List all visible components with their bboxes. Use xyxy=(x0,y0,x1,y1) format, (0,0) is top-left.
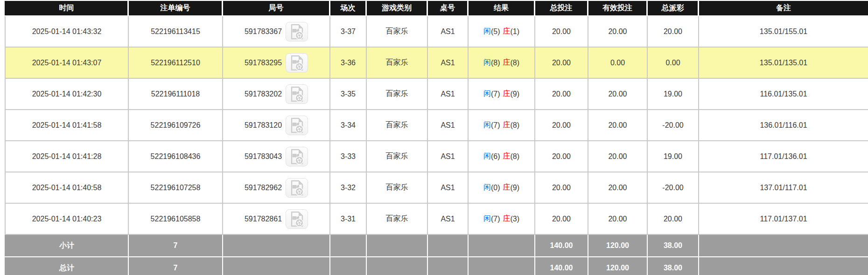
result-player-label: 闲 xyxy=(483,89,491,99)
column-header-table_no: 桌号 xyxy=(428,1,469,15)
cell-bet-id: 522196112510 xyxy=(129,48,223,78)
column-header-total_payout: 总派彩 xyxy=(648,1,699,15)
cell-total-bet: 20.00 xyxy=(535,16,588,47)
video-replay-button[interactable] xyxy=(286,84,308,104)
result-player-points: (6) xyxy=(491,152,500,161)
column-header-remark: 备注 xyxy=(699,1,868,15)
cell-round-id: 591783367 xyxy=(223,16,330,47)
cell-time: 2025-01-14 01:41:58 xyxy=(6,110,129,140)
result-banker-points: (8) xyxy=(511,152,520,161)
cell-valid-bet: 20.00 xyxy=(588,141,648,172)
cell-total-bet: 20.00 xyxy=(535,172,588,203)
column-header-game_type: 游戏类别 xyxy=(367,1,428,15)
cell-session: 3-35 xyxy=(330,79,367,109)
summary-empty-table xyxy=(428,235,469,256)
summary-remark xyxy=(699,257,868,275)
round-id-text: 591783367 xyxy=(245,28,282,36)
cell-total-bet: 20.00 xyxy=(535,110,588,140)
summary-total-payout: 38.00 xyxy=(648,257,699,275)
summary-empty-game xyxy=(367,257,428,275)
video-replay-icon xyxy=(289,180,304,196)
result-banker-points: (3) xyxy=(511,215,520,223)
cell-remark: 136.01/116.01 xyxy=(699,110,868,140)
summary-valid-bet: 120.00 xyxy=(588,235,648,256)
cell-round-id: 591782861 xyxy=(223,204,330,234)
cell-total-payout: 20.00 xyxy=(648,16,699,47)
column-header-session: 场次 xyxy=(330,1,367,15)
video-replay-icon xyxy=(289,86,304,102)
summary-empty-session xyxy=(330,235,367,256)
column-header-time: 时间 xyxy=(6,1,129,15)
result-banker-label: 庄 xyxy=(503,89,511,99)
table-row[interactable]: 2025-01-14 01:40:23522196105858591782861… xyxy=(5,204,868,235)
video-replay-button[interactable] xyxy=(286,116,308,135)
cell-bet-id: 522196107258 xyxy=(129,172,223,203)
summary-row: 总计7140.00120.0038.00 xyxy=(5,257,868,275)
column-header-bet_id: 注单编号 xyxy=(129,1,223,15)
cell-bet-id: 522196105858 xyxy=(129,204,223,234)
round-id-text: 591783202 xyxy=(245,90,282,98)
cell-bet-id: 522196109726 xyxy=(129,110,223,140)
cell-valid-bet: 20.00 xyxy=(588,110,648,140)
table-row[interactable]: 2025-01-14 01:41:28522196108436591783043… xyxy=(5,141,868,172)
video-replay-icon xyxy=(289,211,304,227)
bet-records-table: 时间注单编号局号场次游戏类别桌号结果总投注有效投注总派彩备注2025-01-14… xyxy=(5,1,868,275)
cell-total-payout: -20.00 xyxy=(648,172,699,203)
cell-total-bet: 20.00 xyxy=(535,48,588,78)
table-row[interactable]: 2025-01-14 01:42:30522196111018591783202… xyxy=(5,79,868,110)
column-header-total_bet: 总投注 xyxy=(535,1,588,15)
cell-total-bet: 20.00 xyxy=(535,79,588,109)
cell-session: 3-36 xyxy=(330,48,367,78)
cell-result: 闲(7)庄(9) xyxy=(469,79,535,109)
result-player-points: (7) xyxy=(491,215,500,223)
column-header-round_id: 局号 xyxy=(223,1,330,15)
cell-game-type: 百家乐 xyxy=(367,16,428,47)
summary-label: 小计 xyxy=(6,235,129,256)
summary-empty-round xyxy=(223,235,330,256)
cell-remark: 117.01/137.01 xyxy=(699,204,868,234)
cell-table-no: AS1 xyxy=(428,141,469,172)
table-row[interactable]: 2025-01-14 01:43:07522196112510591783295… xyxy=(5,48,868,79)
table-row[interactable]: 2025-01-14 01:40:58522196107258591782962… xyxy=(5,172,868,204)
cell-game-type: 百家乐 xyxy=(367,48,428,78)
video-replay-button[interactable] xyxy=(286,209,308,229)
table-row[interactable]: 2025-01-14 01:41:58522196109726591783120… xyxy=(5,110,868,141)
summary-remark xyxy=(699,235,868,256)
cell-valid-bet: 20.00 xyxy=(588,79,648,109)
cell-total-payout: -20.00 xyxy=(648,110,699,140)
cell-time: 2025-01-14 01:40:58 xyxy=(6,172,129,203)
cell-game-type: 百家乐 xyxy=(367,204,428,234)
cell-game-type: 百家乐 xyxy=(367,141,428,172)
cell-remark: 137.01/117.01 xyxy=(699,172,868,203)
cell-session: 3-34 xyxy=(330,110,367,140)
round-id-text: 591782861 xyxy=(245,215,282,223)
result-player-label: 闲 xyxy=(483,183,491,192)
video-replay-button[interactable] xyxy=(286,53,308,73)
summary-total-bet: 140.00 xyxy=(535,257,588,275)
result-banker-label: 庄 xyxy=(503,183,511,192)
video-replay-button[interactable] xyxy=(286,147,308,166)
cell-time: 2025-01-14 01:43:32 xyxy=(6,16,129,47)
cell-time: 2025-01-14 01:40:23 xyxy=(6,204,129,234)
cell-time: 2025-01-14 01:42:30 xyxy=(6,79,129,109)
cell-round-id: 591783043 xyxy=(223,141,330,172)
summary-row: 小计7140.00120.0038.00 xyxy=(5,235,868,256)
cell-valid-bet: 20.00 xyxy=(588,16,648,47)
video-replay-button[interactable] xyxy=(286,22,308,41)
cell-round-id: 591783120 xyxy=(223,110,330,140)
summary-total-bet: 140.00 xyxy=(535,235,588,256)
summary-empty-result xyxy=(469,235,535,256)
cell-table-no: AS1 xyxy=(428,204,469,234)
column-header-valid_bet: 有效投注 xyxy=(588,1,648,15)
cell-session: 3-32 xyxy=(330,172,367,203)
cell-remark: 117.01/136.01 xyxy=(699,141,868,172)
video-replay-button[interactable] xyxy=(286,178,308,198)
cell-result: 闲(7)庄(3) xyxy=(469,204,535,234)
cell-game-type: 百家乐 xyxy=(367,110,428,140)
summary-empty-table xyxy=(428,257,469,275)
table-row[interactable]: 2025-01-14 01:43:32522196113415591783367… xyxy=(5,16,868,48)
round-id-text: 591783043 xyxy=(245,152,282,161)
cell-table-no: AS1 xyxy=(428,79,469,109)
summary-label: 总计 xyxy=(6,257,129,275)
cell-valid-bet: 20.00 xyxy=(588,204,648,234)
